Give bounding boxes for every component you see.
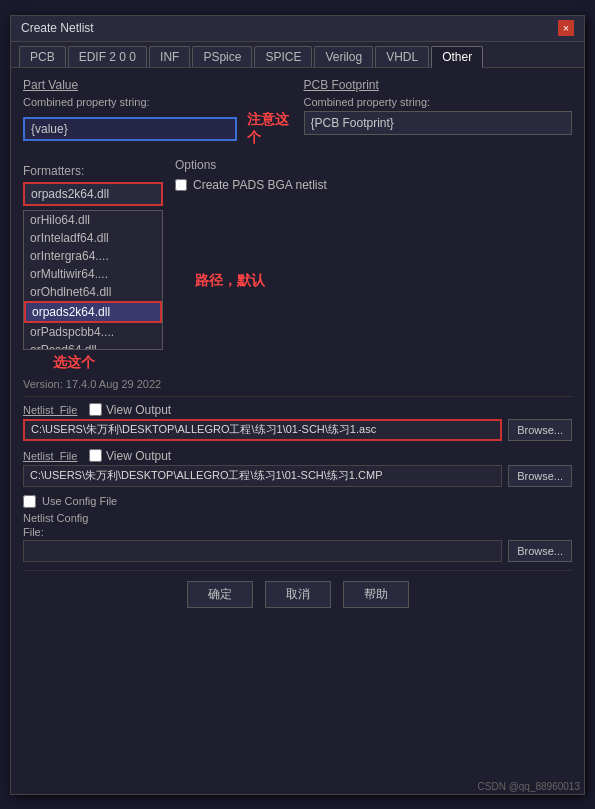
netlist-file-2-browse-button[interactable]: Browse... [508,465,572,487]
list-item-orIntergra64[interactable]: orIntergra64.... [24,247,162,265]
options-label: Options [175,158,572,172]
list-item-orpads2k64[interactable]: orpads2k64.dll [24,301,162,323]
tab-inf[interactable]: INF [149,46,190,67]
pcb-footprint-combined-label: Combined property string: [304,96,573,108]
dialog-title: Create Netlist [21,21,94,35]
create-pads-bga-label: Create PADS BGA netlist [193,178,327,192]
netlist-file-2-label: Netlist_File [23,450,83,462]
separator-1 [23,396,572,397]
netlist-config-sublabel: File: [23,526,572,538]
netlist-config-browse-button[interactable]: Browse... [508,540,572,562]
main-content: Part Value Combined property string: 注意这… [11,68,584,628]
netlist-config-path-input[interactable] [23,540,502,562]
formatters-list[interactable]: orHilo64.dll orInteladf64.dll orIntergra… [23,210,163,350]
list-item-orPcad64[interactable]: orPcad64.dll [24,341,162,350]
path-annotation: 路径，默认 [195,272,572,290]
netlist-file-2-view-output-checkbox[interactable] [89,449,102,462]
netlist-file-1-browse-button[interactable]: Browse... [508,419,572,441]
part-value-label: Part Value [23,78,292,92]
netlist-file-2-section: Netlist_File View Output Browse... [23,449,572,487]
netlist-config-section: Netlist Config File: Browse... [23,512,572,562]
netlist-file-2-header: Netlist_File View Output [23,449,572,463]
formatters-selected-input[interactable] [23,182,163,206]
part-value-annotation: 注意这个 [247,111,291,147]
create-netlist-dialog: Create Netlist × PCB EDIF 2 0 0 INF PSpi… [10,15,585,795]
pcb-footprint-label: PCB Footprint [304,78,573,92]
netlist-file-1-view-output-label: View Output [106,403,171,417]
list-item-orMultiwir64[interactable]: orMultiwir64.... [24,265,162,283]
version-text: Version: 17.4.0 Aug 29 2022 [23,378,572,390]
use-config-checkbox[interactable] [23,495,36,508]
formatters-annotation: 选这个 [53,354,163,372]
tab-pspice[interactable]: PSpice [192,46,252,67]
netlist-file-2-view-output: View Output [89,449,171,463]
list-item-orInteladf64[interactable]: orInteladf64.dll [24,229,162,247]
part-value-input[interactable] [23,117,237,141]
part-value-combined-label: Combined property string: [23,96,292,108]
create-pads-bga-checkbox[interactable] [175,179,187,191]
netlist-file-1-header: Netlist_File View Output [23,403,572,417]
cancel-button[interactable]: 取消 [265,581,331,608]
tab-edif200[interactable]: EDIF 2 0 0 [68,46,147,67]
top-row: Part Value Combined property string: 注意这… [23,78,572,150]
bottom-buttons: 确定 取消 帮助 [23,570,572,618]
help-button[interactable]: 帮助 [343,581,409,608]
netlist-config-path-row: Browse... [23,540,572,562]
netlist-file-1-path-input[interactable] [23,419,502,441]
tab-pcb[interactable]: PCB [19,46,66,67]
use-config-label: Use Config File [42,495,117,507]
part-value-section: Part Value Combined property string: 注意这… [23,78,292,150]
use-config-row: Use Config File [23,495,572,508]
formatters-label: Formatters: [23,164,163,178]
tab-vhdl[interactable]: VHDL [375,46,429,67]
netlist-file-1-view-output: View Output [89,403,171,417]
netlist-file-2-path-row: Browse... [23,465,572,487]
tab-spice[interactable]: SPICE [254,46,312,67]
tab-other[interactable]: Other [431,46,483,68]
netlist-file-2-path-input[interactable] [23,465,502,487]
netlist-config-label: Netlist Config [23,512,572,524]
list-item-orHilo64[interactable]: orHilo64.dll [24,211,162,229]
create-pads-bga-row: Create PADS BGA netlist [175,178,572,192]
netlist-file-1-section: Netlist_File View Output Browse... [23,403,572,441]
netlist-file-2-view-output-label: View Output [106,449,171,463]
part-value-input-row: 注意这个 [23,111,292,147]
tab-bar: PCB EDIF 2 0 0 INF PSpice SPICE Verilog … [11,42,584,68]
netlist-file-1-view-output-checkbox[interactable] [89,403,102,416]
netlist-file-1-label: Netlist_File [23,404,83,416]
pcb-footprint-section: PCB Footprint Combined property string: [304,78,573,150]
netlist-file-1-path-row: Browse... [23,419,572,441]
close-button[interactable]: × [558,20,574,36]
title-bar: Create Netlist × [11,16,584,42]
watermark: CSDN @qq_88960013 [478,781,580,792]
pcb-footprint-input[interactable] [304,111,573,135]
tab-verilog[interactable]: Verilog [314,46,373,67]
formatters-options-row: Formatters: orHilo64.dll orInteladf64.dl… [23,158,572,372]
confirm-button[interactable]: 确定 [187,581,253,608]
list-item-orOhdlnet64[interactable]: orOhdlnet64.dll [24,283,162,301]
options-section: Options Create PADS BGA netlist 路径，默认 [175,158,572,372]
formatters-section: Formatters: orHilo64.dll orInteladf64.dl… [23,158,163,372]
list-item-orPadspcbb4[interactable]: orPadspcbb4.... [24,323,162,341]
